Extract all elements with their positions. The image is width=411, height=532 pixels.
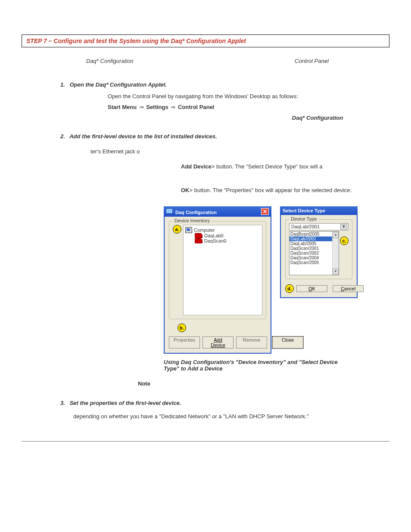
list-item[interactable]: DaqScan/2001 bbox=[290, 246, 339, 251]
app-icon bbox=[166, 208, 172, 214]
step-2: 2. Add the first-level device to the lis… bbox=[60, 133, 389, 387]
close-icon[interactable]: ✕ bbox=[261, 208, 269, 215]
list-item[interactable]: DaqScan/2004 bbox=[290, 255, 339, 260]
add-device-strong: Add Device bbox=[181, 163, 212, 170]
figure-caption: Using Daq Configuration's "Device Invent… bbox=[164, 359, 349, 372]
step-3-title: Set the properties of the first-level de… bbox=[70, 400, 181, 406]
note-label: Note bbox=[138, 380, 389, 387]
callout-a: a. bbox=[173, 225, 181, 233]
nav-settings: Settings bbox=[146, 104, 168, 110]
tree-root-label: Computer bbox=[194, 227, 215, 233]
remove-button[interactable]: Remove bbox=[236, 336, 267, 348]
device-type-list[interactable]: DaqBoard2005 DaqLab/2001 DaqLab/2005 Daq… bbox=[289, 231, 339, 275]
step-1: 1. Open the Daq* Configuration Applet. O… bbox=[60, 81, 389, 121]
device-icon bbox=[195, 238, 202, 243]
tree-item-label: DaqLab0 bbox=[204, 233, 224, 238]
daq-config-dialog: Daq Configuration ✕ Device Inventory a. bbox=[164, 206, 271, 354]
tree-item[interactable]: DaqScan0 bbox=[195, 238, 260, 243]
combo-value: DaqLab/2001 bbox=[291, 224, 320, 230]
add-device-button[interactable]: Add Device bbox=[202, 336, 234, 348]
device-tree[interactable]: Computer DaqLab0 bbox=[183, 225, 262, 315]
device-type-group: Device Type DaqLab/2001 ▼ DaqBoard2005 D… bbox=[285, 219, 352, 279]
select-device-type-dialog: Select Device Type Device Type DaqLab/20… bbox=[280, 206, 358, 354]
step-1-title: Open the Daq* Configuration Applet. bbox=[70, 81, 167, 88]
step-2-frag3: OK> button. The "Properties" box will ap… bbox=[181, 187, 389, 193]
frag3b: > button. The "Properties" box will appe… bbox=[190, 187, 352, 193]
daq-config-label: Daq* Configuration bbox=[246, 115, 389, 121]
device-inventory-group: Device Inventory a. Computer bbox=[169, 221, 266, 319]
tree-root[interactable]: Computer bbox=[185, 227, 260, 233]
computer-icon bbox=[185, 227, 192, 233]
step-2-frag2: Add Device> button. The "Select Device T… bbox=[181, 163, 389, 170]
step-3: 3. Set the properties of the first-level… bbox=[60, 400, 389, 420]
list-item[interactable]: DaqBoard2005 bbox=[290, 232, 339, 236]
list-item[interactable]: DaqLab/2005 bbox=[290, 241, 339, 246]
nav-start: Start Menu bbox=[108, 104, 137, 110]
ok-label: K bbox=[312, 286, 315, 291]
group-label2: Device Type bbox=[289, 216, 318, 221]
tree-item[interactable]: DaqLab0 bbox=[195, 233, 260, 238]
scrollbar[interactable]: ▴ ▾ bbox=[332, 232, 339, 275]
label-right: Control Panel bbox=[295, 58, 389, 64]
scroll-down-icon[interactable]: ▾ bbox=[333, 268, 339, 275]
step-3-num: 3. bbox=[60, 400, 65, 406]
nav-path: Start Menu ⇒ Settings ⇒ Control Panel bbox=[108, 104, 389, 110]
svg-rect-0 bbox=[167, 209, 172, 213]
figure-row: Daq Configuration ✕ Device Inventory a. bbox=[164, 206, 389, 354]
ok-button[interactable]: OK bbox=[296, 285, 327, 292]
chevron-down-icon[interactable]: ▼ bbox=[340, 224, 347, 230]
two-labels-row: Daq* Configuration Control Panel bbox=[86, 58, 389, 64]
step-1-body: Open the Control Panel by navigating fro… bbox=[108, 93, 389, 100]
list-item[interactable]: DaqLab/2001 bbox=[290, 236, 339, 241]
dialog1-title: Daq Configuration bbox=[175, 210, 217, 215]
tree-item-label: DaqScan0 bbox=[204, 238, 226, 243]
step-2-num: 2. bbox=[60, 133, 65, 140]
ok-strong: OK bbox=[181, 187, 190, 193]
step-1-num: 1. bbox=[60, 81, 65, 88]
list-item[interactable]: DaqScan/2005 bbox=[290, 260, 339, 265]
footer-rule bbox=[22, 441, 389, 442]
list-item[interactable]: DaqScan/2002 bbox=[290, 251, 339, 255]
step-3-body: depending on whether you have a "Dedicat… bbox=[73, 413, 389, 420]
arrow-icon: ⇒ bbox=[138, 104, 145, 110]
dialog2-title: Select Device Type bbox=[283, 208, 325, 213]
device-icon bbox=[195, 233, 202, 238]
device-type-combo[interactable]: DaqLab/2001 ▼ bbox=[289, 223, 349, 230]
step-header: STEP 7 – Configure and test the System u… bbox=[22, 34, 389, 47]
dialog1-titlebar: Daq Configuration ✕ bbox=[164, 206, 271, 217]
scroll-up-icon[interactable]: ▴ bbox=[333, 232, 339, 238]
label-left: Daq* Configuration bbox=[86, 58, 295, 64]
properties-button[interactable]: Properties bbox=[169, 336, 200, 348]
callout-c: c. bbox=[340, 236, 349, 245]
step-2-frag1: ter's Ethernet jack o bbox=[90, 148, 389, 155]
callout-b: b. bbox=[177, 324, 186, 332]
nav-control-panel: Control Panel bbox=[178, 104, 215, 110]
cancel-button[interactable]: Cancel bbox=[333, 285, 364, 292]
frag2b: > button. The "Select Device Type" box w… bbox=[212, 163, 323, 170]
step-2-title: Add the first-level device to the list o… bbox=[69, 133, 217, 140]
dialog2-titlebar: Select Device Type bbox=[280, 206, 358, 215]
arrow-icon: ⇒ bbox=[170, 104, 176, 110]
cancel-label: ancel bbox=[344, 286, 355, 291]
step-header-text: STEP 7 – Configure and test the System u… bbox=[26, 37, 246, 44]
callout-d: d. bbox=[285, 284, 294, 293]
group-label: Device Inventory bbox=[173, 218, 212, 223]
